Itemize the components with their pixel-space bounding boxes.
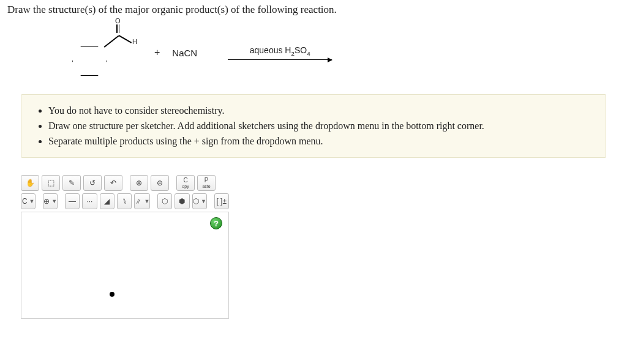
slashes-icon: ⫽ — [135, 197, 142, 206]
ring-button[interactable]: ⬡ — [157, 193, 172, 209]
toolbar-row-1: ✋ ⬚ ✎ ↺ ↶ ⊕ ⊖ C opy P aste — [21, 175, 229, 191]
ring-hex-button[interactable]: ⬢ — [175, 193, 189, 209]
reaction-arrow: aqueous H2SO4 — [228, 45, 332, 60]
wedge-bond-button[interactable]: ◢ — [100, 193, 115, 209]
select-tool-button[interactable]: ⬚ — [42, 175, 60, 191]
multi-bond-button[interactable]: ⫽ ▼ — [134, 193, 150, 209]
chevron-down-icon: ▼ — [201, 198, 206, 204]
canvas-atom-marker[interactable] — [110, 292, 115, 297]
sketcher-canvas[interactable]: ? — [21, 212, 229, 319]
chevron-down-icon: ▼ — [29, 198, 35, 204]
paste-button[interactable]: P aste — [197, 175, 216, 191]
instruction-item: Separate multiple products using the + s… — [48, 134, 595, 149]
reaction-row: O H + NaCN aqueous H2SO4 — [69, 22, 620, 83]
chevron-down-icon: ▼ — [144, 198, 149, 204]
instruction-item: Draw one structure per sketcher. Add add… — [48, 119, 595, 134]
reagent-nacn: NaCN — [172, 48, 197, 58]
sketcher-widget: ✋ ⬚ ✎ ↺ ↶ ⊕ ⊖ C opy P aste C ▼ ⊕ ▼ — ···… — [21, 175, 229, 319]
double-bond-icon — [116, 24, 119, 33]
oxygen-label: O — [115, 17, 121, 24]
dash-bond-button[interactable]: ⑊ — [117, 193, 132, 209]
single-bond-button[interactable]: — — [65, 193, 80, 209]
lasso-tool-button[interactable]: ↺ — [83, 175, 102, 191]
zoom-out-button[interactable]: ⊖ — [151, 175, 169, 191]
paste-label-top: P — [205, 177, 209, 184]
instruction-panel: You do not have to consider stereochemis… — [21, 94, 606, 158]
help-badge-button[interactable]: ? — [210, 217, 222, 229]
toolbar-row-2: C ▼ ⊕ ▼ — ··· ◢ ⑊ ⫽ ▼ ⬡ ⬢ ⬡ ▼ [ ]± — [21, 193, 229, 209]
arrow-line-icon — [228, 59, 332, 60]
hex-icon: ⬡ — [193, 197, 199, 206]
bracket-button[interactable]: [ ]± — [214, 193, 229, 209]
bond-line — [119, 35, 132, 43]
bond-line — [104, 35, 119, 48]
copy-label-top: C — [183, 177, 187, 184]
reagent-structure: O H — [69, 22, 142, 83]
add-icon: ⊕ — [43, 197, 50, 206]
ring-hex-open-button[interactable]: ⬡ ▼ — [192, 193, 207, 209]
copy-label-bot: opy — [182, 184, 189, 188]
arrow-condition-label: aqueous H2SO4 — [250, 45, 310, 57]
instruction-item: You do not have to consider stereochemis… — [48, 103, 595, 119]
cyclohexane-ring-icon — [72, 46, 107, 76]
hydrogen-label: H — [132, 38, 137, 45]
element-label: C — [22, 197, 28, 206]
paste-label-bot: aste — [202, 184, 210, 188]
element-picker-button[interactable]: C ▼ — [21, 193, 36, 209]
add-tool-button[interactable]: ⊕ ▼ — [43, 193, 58, 209]
hand-tool-button[interactable]: ✋ — [21, 175, 39, 191]
undo-tool-button[interactable]: ↶ — [104, 175, 122, 191]
question-text: Draw the structure(s) of the major organ… — [7, 4, 620, 16]
chevron-down-icon: ▼ — [51, 198, 57, 204]
draw-tool-button[interactable]: ✎ — [62, 175, 81, 191]
zoom-in-button[interactable]: ⊕ — [130, 175, 148, 191]
dotted-bond-button[interactable]: ··· — [82, 193, 97, 209]
copy-button[interactable]: C opy — [176, 175, 195, 191]
plus-sign: + — [154, 47, 160, 58]
